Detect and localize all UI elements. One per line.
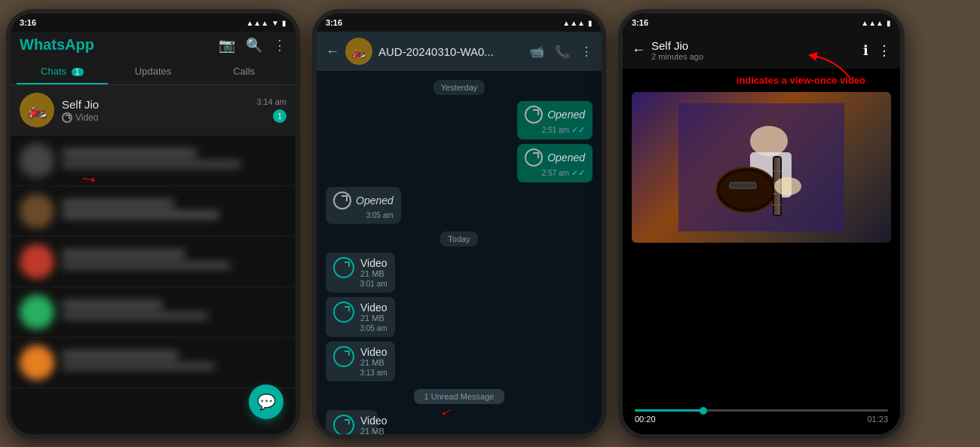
phone-3: 3:16 ▲▲▲ ▮ ← Self Jio 2 minutes ago ℹ ⋮ xyxy=(618,9,905,439)
video-once-icon-4 xyxy=(333,415,354,434)
video-title-2: Video xyxy=(360,302,387,314)
video-time-row-3: 3:13 am xyxy=(333,369,387,377)
chat-preview-selfjio: Video xyxy=(62,112,256,123)
video-time-3: 3:13 am xyxy=(360,369,387,377)
msg-video-1[interactable]: Video 21 MB 3:01 am xyxy=(326,253,395,292)
video-info-1: Video 21 MB xyxy=(360,257,387,278)
video-header-4: Video 21 MB xyxy=(333,415,370,434)
player-contact-name: Self Jio xyxy=(651,39,857,52)
time-row: 00:20 01:23 xyxy=(635,415,888,424)
view-once-content: Opened xyxy=(525,106,585,124)
tab-calls[interactable]: Calls xyxy=(198,60,289,84)
camera-icon[interactable]: 📷 xyxy=(219,37,235,54)
video-size-3: 21 MB xyxy=(360,358,387,367)
avatar-selfjio: 🏍️ xyxy=(20,93,54,127)
svg-rect-15 xyxy=(730,182,756,188)
msg-opened-sent-2[interactable]: Opened 2:57 am ✓✓ xyxy=(517,144,593,182)
unread-message-divider: 1 Unread Message xyxy=(326,389,593,403)
chat-contact-name: AUD-20240310-WA0... xyxy=(378,45,523,58)
blurred-line xyxy=(62,149,197,157)
unread-label: 1 Unread Message xyxy=(414,389,505,404)
progress-fill xyxy=(635,409,703,412)
video-info-3: Video 21 MB xyxy=(360,346,387,367)
back-button[interactable]: ← xyxy=(326,44,339,60)
blurred-content-3 xyxy=(62,250,286,273)
video-4-container: Video 21 MB 3:14 am → xyxy=(326,410,395,434)
video-time-2: 3:05 am xyxy=(360,324,387,332)
guitar-illustration xyxy=(678,103,844,231)
video-header-1: Video 21 MB xyxy=(333,257,387,278)
video-title-1: Video xyxy=(360,257,387,269)
tab-updates[interactable]: Updates xyxy=(108,60,199,84)
chat-menu-icon[interactable]: ⋮ xyxy=(580,44,593,59)
chat-action-icons: 📹 📞 ⋮ xyxy=(529,44,593,59)
blurred-content-1 xyxy=(62,149,286,172)
compose-fab[interactable]: 💬 xyxy=(249,384,283,419)
phone3-screen: 3:16 ▲▲▲ ▮ ← Self Jio 2 minutes ago ℹ ⋮ xyxy=(623,14,900,434)
status-icons-2: ▲▲▲ ▮ xyxy=(562,19,593,27)
status-bar-1: 3:16 ▲▲▲ ▼ ▮ xyxy=(11,14,296,32)
status-icons-1: ▲▲▲ ▼ ▮ xyxy=(246,19,286,27)
blurred-content-2 xyxy=(62,200,286,222)
blurred-content-5 xyxy=(62,351,286,374)
phone2-screen: 3:16 ▲▲▲ ▮ ← 🏍️ AUD-20240310-WA0... 📹 📞 … xyxy=(317,14,602,434)
video-bubble-2: Video 21 MB xyxy=(333,302,387,323)
blurred-line xyxy=(62,212,219,218)
signal-icon: ▲▲▲ xyxy=(246,19,268,27)
view-once-circle-icon-3 xyxy=(333,191,351,210)
chat-info-selfjio: Self Jio Video xyxy=(62,98,256,123)
view-once-circle-icon xyxy=(525,106,543,124)
video-call-icon[interactable]: 📹 xyxy=(529,44,544,59)
blurred-chat-5 xyxy=(11,338,296,388)
msg-time-row: 2:51 am ✓✓ xyxy=(525,125,585,135)
blurred-avatar-2 xyxy=(20,194,54,228)
blurred-chat-4 xyxy=(11,287,296,338)
msg-time-row-2: 2:57 am ✓✓ xyxy=(525,168,585,178)
wifi-icon: ▼ xyxy=(271,19,279,27)
total-time: 01:23 xyxy=(867,415,888,424)
view-once-content-3: Opened xyxy=(333,191,394,210)
current-time: 00:20 xyxy=(635,415,656,424)
view-once-content-2: Opened xyxy=(525,148,585,167)
phone-call-icon[interactable]: 📞 xyxy=(555,44,570,59)
video-player-header: ← Self Jio 2 minutes ago ℹ ⋮ xyxy=(623,32,900,69)
blurred-avatar-3 xyxy=(20,244,54,279)
player-spacer xyxy=(623,246,900,403)
player-header-icons: ℹ ⋮ xyxy=(863,42,891,59)
msg-video-2[interactable]: Video 21 MB 3:05 am xyxy=(326,297,395,337)
back-button-player[interactable]: ← xyxy=(632,42,645,58)
chats-badge: 1 xyxy=(72,68,84,76)
svg-point-16 xyxy=(774,177,801,195)
msg-video-3[interactable]: Video 21 MB 3:13 am xyxy=(326,341,395,381)
info-icon[interactable]: ℹ xyxy=(863,42,868,59)
msg-video-4[interactable]: Video 21 MB 3:14 am xyxy=(326,410,378,434)
chat-time-selfjio: 3:14 am 1 xyxy=(256,97,286,123)
svg-point-4 xyxy=(720,171,773,209)
chat-header-info: AUD-20240310-WA0... xyxy=(378,45,523,58)
view-once-preview-icon xyxy=(62,112,72,123)
progress-track[interactable] xyxy=(635,409,888,412)
calls-tab-label: Calls xyxy=(233,66,255,77)
search-icon[interactable]: 🔍 xyxy=(246,37,262,54)
video-size-1: 21 MB xyxy=(360,269,387,278)
signal-icon-3: ▲▲▲ xyxy=(861,19,884,27)
video-frame[interactable] xyxy=(632,92,891,243)
menu-icon[interactable]: ⋮ xyxy=(273,37,286,54)
msg-opened-sent-1[interactable]: Opened 2:51 am ✓✓ xyxy=(517,101,593,139)
blurred-line xyxy=(62,363,215,369)
progress-bar-area: 00:20 01:23 xyxy=(635,409,888,424)
msg-opened-received[interactable]: Opened 3:05 am xyxy=(326,187,401,224)
player-menu-icon[interactable]: ⋮ xyxy=(877,42,891,59)
blurred-line xyxy=(62,301,163,308)
status-bar-3: 3:16 ▲▲▲ ▮ xyxy=(623,14,900,32)
status-time-3: 3:16 xyxy=(632,18,648,27)
tab-chats[interactable]: Chats 1 xyxy=(17,60,108,84)
video-size-4: 21 MB xyxy=(360,427,387,434)
chat-item-selfjio[interactable]: 🏍️ Self Jio Video 3:14 am 1 → xyxy=(11,85,296,136)
annotation-container: indicates a view-once video xyxy=(623,69,900,89)
blurred-avatar-4 xyxy=(20,295,54,329)
view-once-circle-icon-2 xyxy=(525,148,543,167)
unread-badge-selfjio: 1 xyxy=(273,109,286,123)
progress-thumb[interactable] xyxy=(700,407,707,415)
video-time-row-1: 3:01 am xyxy=(333,280,387,288)
